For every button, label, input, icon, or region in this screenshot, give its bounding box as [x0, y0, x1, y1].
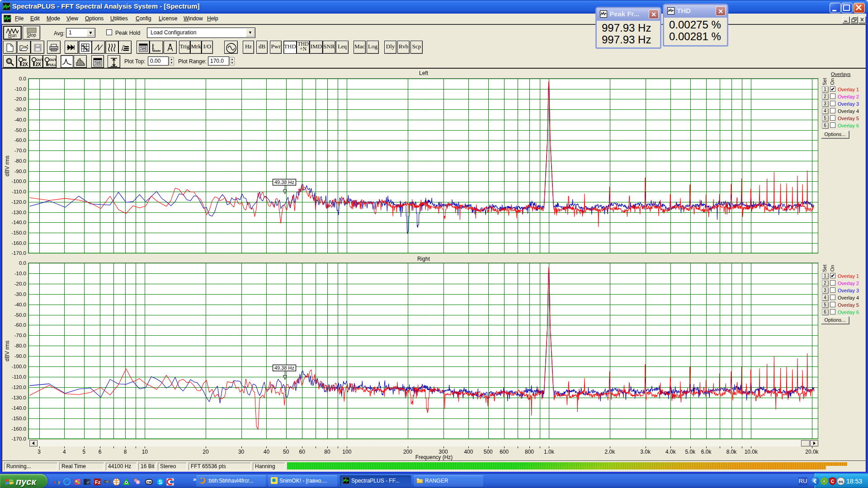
svg-text:On: On	[830, 78, 835, 85]
svg-text:IN: IN	[23, 58, 27, 62]
svg-text:2X: 2X	[23, 62, 28, 67]
svg-text:S: S	[159, 479, 162, 485]
svg-text:es: es	[839, 479, 843, 484]
svg-text:Set: Set	[822, 264, 827, 272]
svg-text:Set: Set	[822, 78, 827, 85]
svg-text:On: On	[830, 265, 835, 272]
svg-text:C: C	[831, 479, 834, 484]
svg-text:Fz: Fz	[95, 479, 101, 485]
svg-text:FULL: FULL	[48, 63, 57, 67]
svg-text:OUT: OUT	[36, 58, 43, 62]
svg-text:2X: 2X	[36, 62, 42, 67]
svg-text:y: y	[58, 480, 60, 484]
svg-text:CR: CR	[146, 480, 152, 484]
svg-text:OUT: OUT	[49, 58, 57, 62]
